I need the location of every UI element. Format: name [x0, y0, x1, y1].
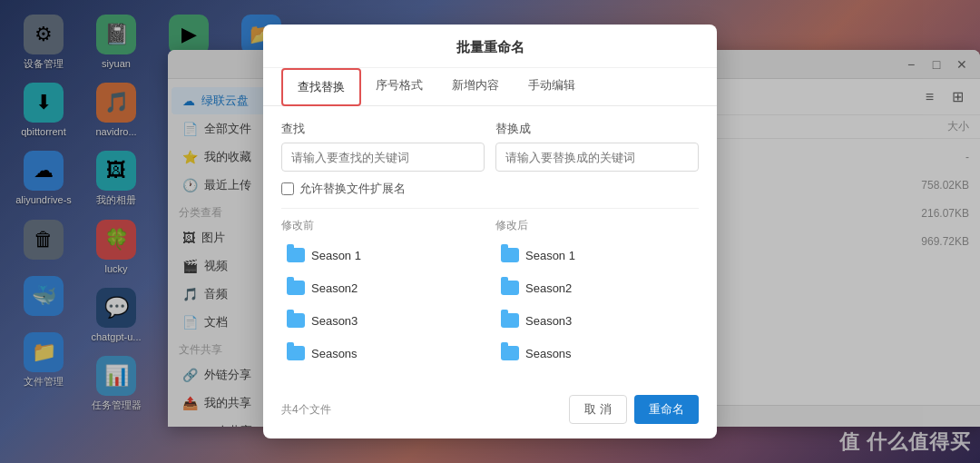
after-header: 修改后 [495, 218, 699, 233]
dialog-body: 查找 替换成 允许替换文件扩展名 修改前 [263, 106, 717, 388]
file-after-2: Season2 [525, 281, 572, 295]
list-item[interactable]: Season 1 [495, 241, 699, 270]
file-after-3: Season3 [525, 314, 572, 328]
file-after-1: Season 1 [525, 249, 575, 262]
folder-icon-before-3 [287, 313, 305, 328]
file-before-3: Season3 [311, 314, 358, 328]
replace-input[interactable] [495, 143, 699, 172]
file-before-1: Season 1 [311, 249, 361, 262]
allow-ext-checkbox[interactable] [281, 182, 294, 195]
find-input[interactable] [281, 143, 485, 172]
folder-icon-before-1 [287, 248, 305, 262]
allow-ext-label: 允许替换文件扩展名 [299, 181, 406, 197]
folder-icon-before-2 [287, 281, 305, 295]
tab-number-format[interactable]: 序号格式 [361, 68, 437, 106]
find-input-group: 查找 [281, 121, 485, 172]
before-header: 修改前 [281, 218, 485, 233]
replace-input-group: 替换成 [495, 121, 699, 172]
rename-button[interactable]: 重命名 [634, 395, 699, 424]
after-column: 修改后 Season 1 Season2 Season3 [495, 218, 699, 371]
dialog-actions: 取 消 重命名 [569, 395, 699, 424]
find-label: 查找 [281, 121, 485, 137]
dialog-overlay: 批量重命名 查找替换 序号格式 新增内容 手动编辑 查找 替换成 [0, 0, 980, 463]
cancel-button[interactable]: 取 消 [569, 395, 627, 424]
folder-icon-after-1 [501, 248, 519, 262]
list-item[interactable]: Season2 [495, 273, 699, 302]
dialog-title: 批量重命名 [263, 25, 717, 68]
find-replace-inputs: 查找 替换成 [281, 121, 699, 172]
replace-label: 替换成 [495, 121, 699, 137]
list-item[interactable]: Season3 [281, 306, 485, 335]
folder-icon-after-2 [501, 281, 519, 295]
list-item[interactable]: Season 1 [281, 241, 485, 270]
batch-rename-dialog: 批量重命名 查找替换 序号格式 新增内容 手动编辑 查找 替换成 [263, 25, 717, 438]
list-item[interactable]: Season3 [495, 306, 699, 335]
folder-icon-after-4 [501, 346, 519, 360]
list-item[interactable]: Season2 [281, 273, 485, 302]
tab-add-content[interactable]: 新增内容 [437, 68, 514, 106]
file-before-4: Seasons [311, 347, 358, 360]
folder-icon-after-3 [501, 313, 519, 328]
tab-find-replace[interactable]: 查找替换 [281, 68, 361, 106]
before-column: 修改前 Season 1 Season2 Season3 [281, 218, 485, 371]
before-after-columns: 修改前 Season 1 Season2 Season3 [281, 218, 699, 371]
list-item[interactable]: Seasons [281, 339, 485, 368]
list-item[interactable]: Seasons [495, 339, 699, 368]
file-count: 共4个文件 [281, 402, 331, 418]
file-before-2: Season2 [311, 281, 358, 295]
dialog-divider [281, 208, 699, 209]
dialog-footer: 共4个文件 取 消 重命名 [263, 388, 717, 424]
tab-manual-edit[interactable]: 手动编辑 [514, 68, 590, 106]
file-after-4: Seasons [525, 347, 572, 360]
folder-icon-before-4 [287, 346, 305, 360]
allow-ext-row: 允许替换文件扩展名 [281, 181, 699, 197]
dialog-tabs: 查找替换 序号格式 新增内容 手动编辑 [263, 68, 717, 106]
